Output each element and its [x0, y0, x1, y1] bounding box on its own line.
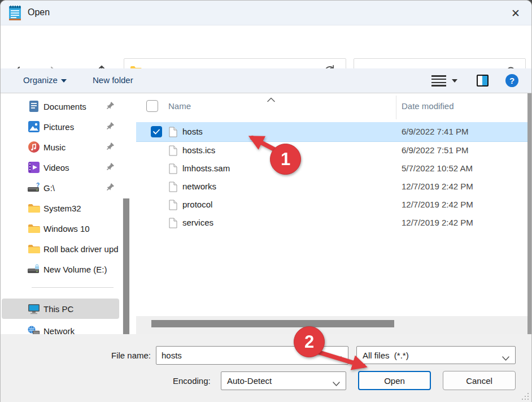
file-row-networks[interactable]: networks 12/7/2019 2:42 PM [136, 178, 531, 196]
sidebar-item-system32[interactable]: System32 [2, 198, 119, 218]
sidebar-item-music[interactable]: Music [2, 137, 119, 157]
this-pc-icon [28, 304, 40, 314]
encoding-select[interactable]: Auto-Detect [221, 371, 346, 390]
navigation-sidebar: Documents Pictures Music Videos ? G:\ Sy… [1, 93, 133, 334]
sidebar-item-pictures[interactable]: Pictures [2, 116, 119, 137]
file-name-label: File name: [111, 351, 151, 360]
preview-pane-icon[interactable] [477, 75, 489, 87]
help-icon[interactable]: ? [505, 74, 518, 87]
sidebar-item-roll-back-driver[interactable]: Roll back driver upd [2, 239, 119, 259]
file-type-select[interactable]: All files (*.*) [356, 346, 516, 364]
sidebar-item-new-volume[interactable]: New Volume (E:) [2, 259, 119, 279]
column-header-name[interactable]: Name [168, 101, 191, 111]
sidebar-item-documents[interactable]: Documents [2, 96, 119, 116]
title-bar: Open ✕ [1, 1, 531, 25]
drive-bitlocker-icon [28, 264, 40, 274]
open-button[interactable]: Open [358, 371, 431, 390]
sidebar-scrollbar[interactable] [123, 198, 130, 334]
file-row-hosts[interactable]: hosts 6/9/2022 7:41 PM [136, 122, 531, 142]
sidebar-item-network[interactable]: Network [2, 321, 119, 334]
file-icon [169, 181, 177, 194]
file-type-chevron-icon [502, 353, 509, 364]
row-checkbox-checked[interactable] [151, 126, 162, 137]
column-divider[interactable] [396, 96, 396, 119]
folder-icon [28, 224, 40, 234]
file-icon [169, 163, 177, 176]
step1-badge: 1 [270, 144, 301, 175]
column-header-date-modified[interactable]: Date modified [402, 101, 454, 111]
pin-icon [106, 122, 115, 132]
open-dialog: Open ✕ « drivers › etc [0, 0, 532, 402]
folder-icon [28, 204, 40, 213]
organize-caret-icon [61, 79, 67, 83]
dialog-footer: File name: All files (*.*) Encoding: Aut… [1, 334, 531, 402]
file-row-protocol[interactable]: protocol 12/7/2019 2:42 PM [136, 196, 531, 214]
sort-ascending-icon[interactable] [267, 94, 275, 105]
pin-icon [106, 101, 115, 112]
file-icon [169, 218, 177, 231]
new-folder-button[interactable]: New folder [93, 75, 133, 85]
pin-icon [106, 142, 115, 153]
sidebar-separator [32, 287, 114, 288]
notepad-icon [8, 6, 21, 23]
window-title: Open [28, 7, 50, 18]
sidebar-item-g-drive[interactable]: ? G:\ [2, 178, 119, 198]
videos-icon [28, 162, 40, 173]
horizontal-scrollbar[interactable] [136, 316, 531, 334]
sidebar-scrollbar-thumb[interactable] [123, 198, 129, 334]
close-button[interactable]: ✕ [507, 5, 524, 21]
file-type-value: All files (*.*) [363, 351, 409, 360]
sidebar-item-windows10[interactable]: Windows 10 [2, 218, 119, 239]
vertical-scrollbar[interactable] [527, 93, 531, 334]
file-icon [169, 127, 177, 140]
music-icon [28, 141, 40, 153]
file-row-services[interactable]: services 12/7/2019 2:42 PM [136, 214, 531, 232]
file-list-pane: Name Date modified hosts 6/9/2022 7:41 P… [136, 93, 531, 334]
list-header: Name Date modified [136, 93, 531, 120]
file-row-hosts-ics[interactable]: hosts.ics 6/9/2022 7:51 PM [136, 142, 531, 160]
file-icon [169, 200, 177, 213]
view-mode-icon[interactable] [431, 75, 446, 87]
organize-button[interactable]: Organize [23, 75, 58, 85]
encoding-chevron-icon [333, 379, 340, 389]
cancel-button[interactable]: Cancel [443, 371, 516, 390]
horizontal-scrollbar-thumb[interactable] [151, 320, 394, 327]
encoding-value: Auto-Detect [227, 376, 272, 386]
resize-grip[interactable] [522, 393, 530, 401]
pin-icon [106, 183, 115, 193]
step2-badge: 2 [294, 326, 325, 357]
file-icon [169, 145, 177, 158]
network-icon [28, 326, 40, 334]
encoding-label: Encoding: [173, 376, 211, 386]
select-all-checkbox[interactable] [146, 100, 158, 112]
file-name-chevron-icon[interactable] [335, 353, 342, 363]
sidebar-item-this-pc[interactable]: This PC [2, 299, 119, 319]
file-row-lmhosts-sam[interactable]: lmhosts.sam 5/7/2022 10:52 AM [136, 160, 531, 178]
folder-icon [28, 244, 40, 254]
svg-text:?: ? [36, 183, 40, 188]
navigation-bar: « drivers › etc [1, 25, 531, 68]
pictures-icon [28, 121, 40, 132]
view-mode-caret-icon[interactable] [452, 79, 457, 83]
sidebar-item-videos[interactable]: Videos [2, 157, 119, 178]
documents-icon [28, 101, 40, 112]
drive-icon: ? [28, 183, 40, 193]
pin-icon [106, 162, 115, 173]
